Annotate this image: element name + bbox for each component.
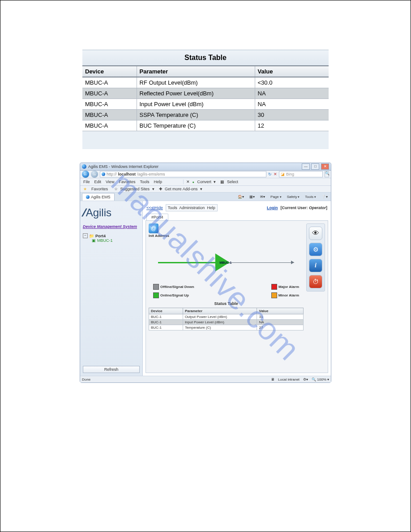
alarm-button[interactable]: ⏱: [309, 275, 322, 288]
legend-row-1: Offline/Signal Down Major Alarm: [149, 283, 304, 291]
mail-icon[interactable]: ✉▾: [259, 195, 266, 199]
zone-icon: 🖥: [271, 378, 274, 382]
cell-value: NA: [257, 320, 304, 325]
protected-mode-icon: ⚙▾: [303, 378, 308, 382]
hide-link[interactable]: <<< Hide: [146, 206, 163, 210]
window-titlebar: Agilis EMS - Windows Internet Explorer —…: [80, 163, 331, 171]
small-status-table: Device Parameter Value BUC-1 Output Powe…: [149, 308, 304, 330]
cell-parameter: Temperature (C): [183, 325, 257, 330]
swatch-offline: [153, 284, 159, 290]
favorites-label[interactable]: Favorites: [90, 187, 109, 191]
collapse-icon[interactable]: −: [83, 233, 88, 238]
device-tree: − 📁 Port4 ▣ MBUC-1: [83, 233, 140, 243]
search-box[interactable]: ◪ Bing: [279, 171, 323, 177]
search-placeholder: Bing: [286, 172, 294, 176]
help-icon[interactable]: ❔▾: [320, 195, 329, 199]
cell-device: MBUC-A: [82, 120, 137, 131]
safety-menu[interactable]: Safety: [286, 195, 301, 199]
th-parameter: Parameter: [137, 66, 255, 77]
menu-file[interactable]: File: [82, 180, 91, 184]
app-menu-tools[interactable]: Tools: [168, 206, 177, 210]
zoom-level[interactable]: 🔍 100% ▾: [312, 378, 329, 382]
cell-value: 31: [257, 314, 304, 320]
feeds-icon[interactable]: ▦▾: [248, 195, 256, 199]
table-row: MBUC-A Reflected Power Level(dBm) NA: [82, 88, 329, 99]
upper-status-block: Status Table Device Parameter Value MBUC…: [82, 50, 329, 149]
cell-value: 12: [255, 120, 329, 131]
ie-icon: [82, 164, 86, 169]
cell-parameter: Output Power Level (dBm): [183, 314, 257, 320]
legend-major: Major Alarm: [278, 285, 299, 289]
refresh-button[interactable]: Refresh: [83, 366, 140, 373]
login-link[interactable]: Login: [267, 206, 278, 210]
app-menu-admin[interactable]: Administration: [179, 206, 205, 210]
view-button[interactable]: 👁: [309, 227, 322, 240]
gear-icon: ⚙: [313, 246, 319, 253]
upper-status-table: Device Parameter Value MBUC-A RF Output …: [82, 65, 329, 131]
cell-parameter: Input Power Level (dBm): [137, 99, 255, 110]
select-button[interactable]: ▦ Select: [219, 180, 241, 184]
tree-port-label: Port4: [95, 234, 106, 238]
url-host: localhost: [118, 172, 136, 176]
maximize-button[interactable]: □: [311, 163, 319, 170]
suggested-sites-button[interactable]: ☆ Suggested Sites ▾: [113, 187, 156, 191]
tools-menu[interactable]: Tools: [304, 195, 317, 199]
minimize-button[interactable]: —: [302, 163, 310, 170]
favorites-star-icon[interactable]: ★: [82, 187, 88, 191]
table-row: BUC-1 Temperature (C) 27: [149, 325, 304, 330]
table-row: MBUC-A BUC Temperature (C) 12: [82, 120, 329, 131]
dms-link[interactable]: Device Management System: [83, 224, 140, 229]
settings-button[interactable]: ⚙: [309, 243, 322, 256]
cell-value: 30: [255, 110, 329, 120]
th-device: Device: [149, 308, 183, 314]
app-menu-help[interactable]: Help: [207, 206, 215, 210]
tree-device-label: MBUC-1: [97, 238, 113, 243]
table-row: MBUC-A SSPA Temperature (C) 30: [82, 110, 329, 120]
cell-device: MBUC-A: [82, 99, 137, 110]
legend-minor: Minor Alarm: [278, 293, 299, 297]
small-status-title: Status Table: [149, 300, 304, 308]
back-button[interactable]: ←: [82, 171, 89, 178]
menu-favorites[interactable]: Favorites: [117, 180, 137, 184]
convert-button[interactable]: ✕ ⬥Convert ▾: [183, 180, 218, 184]
content-tab[interactable]: #Port4: [146, 214, 168, 220]
upper-status-title: Status Table: [82, 50, 329, 65]
cell-value: <30.0: [255, 77, 329, 88]
cell-value: NA: [255, 99, 329, 110]
browser-tab[interactable]: Agilis EMS: [82, 193, 115, 201]
menu-view[interactable]: View: [104, 180, 116, 184]
refresh-icon[interactable]: ↻: [268, 172, 272, 176]
legend-offline: Offline/Signal Down: [160, 285, 194, 289]
get-addons-button[interactable]: ✚ Get more Add-ons ▾: [158, 187, 204, 191]
tab-title: Agilis EMS: [91, 195, 111, 199]
info-button[interactable]: i: [309, 259, 322, 272]
search-button[interactable]: 🔍: [325, 171, 329, 177]
menu-help[interactable]: Help: [152, 180, 163, 184]
cell-device: MBUC-A: [82, 77, 137, 88]
tree-node-port[interactable]: − 📁 Port4: [83, 233, 140, 238]
stop-icon[interactable]: ✕: [274, 172, 277, 176]
page-icon: [102, 172, 105, 176]
tree-node-device[interactable]: ▣ MBUC-1: [83, 238, 140, 243]
amplifier-label: MBUC-1: [219, 261, 231, 264]
current-user-label: [Current User: Operator]: [280, 206, 327, 210]
cell-device: MBUC-A: [82, 88, 137, 99]
right-toolbar: 👁 ⚙ i ⏱: [306, 223, 325, 292]
close-button[interactable]: ✕: [321, 163, 329, 170]
forward-button[interactable]: →: [91, 171, 98, 178]
table-row: MBUC-A RF Output Level(dBm) <30.0: [82, 77, 329, 88]
menu-tools[interactable]: Tools: [138, 180, 150, 184]
agilis-logo: /Agilis: [83, 206, 140, 219]
window-title: Agilis EMS - Windows Internet Explorer: [88, 164, 158, 169]
cell-parameter: RF Output Level(dBm): [137, 77, 255, 88]
sidebar: /Agilis Device Management System − 📁 Por…: [80, 201, 143, 376]
menu-edit[interactable]: Edit: [93, 180, 103, 184]
init-address-button[interactable]: @ Init Address: [149, 223, 304, 238]
menu-bar: File Edit View Favorites Tools Help ✕ ⬥C…: [80, 178, 331, 186]
url-prefix: http://: [107, 172, 117, 176]
home-icon[interactable]: 🏠▾: [236, 195, 245, 199]
page-menu[interactable]: Page: [269, 195, 283, 199]
th-value: Value: [257, 308, 304, 314]
cell-parameter: BUC Temperature (C): [137, 120, 255, 131]
address-bar[interactable]: http://localhost/agilis-ems/ems: [100, 171, 266, 177]
